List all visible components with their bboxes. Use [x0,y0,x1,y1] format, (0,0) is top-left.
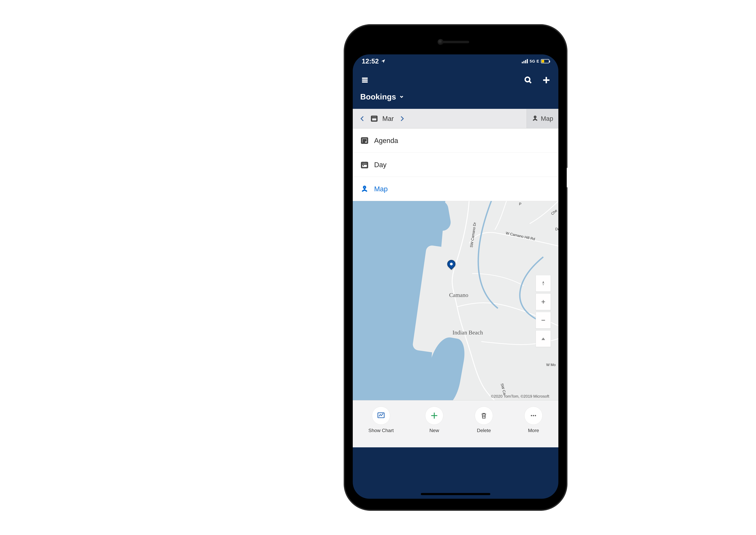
bottom-toolbar: Show Chart New Delete More [353,401,558,447]
road-label: Do [555,227,558,231]
map-tilt-button[interactable] [536,330,551,347]
battery-icon [541,59,549,63]
svg-point-2 [534,116,536,118]
map-attribution: ©2020 TomTom, ©2019 Microsoft [491,394,549,399]
road-label: W Mo [546,363,556,367]
view-option-label: Map [374,185,388,193]
svg-point-9 [533,415,534,416]
location-icon [381,57,385,65]
plus-icon [430,411,439,420]
screen: 12:52 5G E [353,54,558,499]
map-toggle-button[interactable]: Map [527,109,558,128]
button-label: Delete [477,428,491,433]
month-label[interactable]: Mar [382,115,394,123]
svg-rect-1 [371,116,377,121]
signal-icon [522,59,528,63]
view-option-agenda[interactable]: Agenda [353,128,558,153]
home-indicator[interactable] [421,493,490,495]
next-month-button[interactable] [398,115,406,122]
view-option-label: Day [374,161,387,169]
button-label: New [429,428,439,433]
status-time: 12:52 [362,57,379,65]
map-toggle-label: Map [541,115,553,122]
svg-rect-4 [362,162,367,168]
map-icon [360,185,369,193]
svg-point-10 [535,415,536,416]
svg-point-0 [525,77,530,82]
button-label: More [528,428,539,433]
view-selector[interactable]: Bookings [360,88,551,107]
add-button[interactable] [542,75,551,85]
delete-button[interactable]: Delete [475,407,493,433]
new-button[interactable]: New [425,407,443,433]
agenda-icon [360,136,369,145]
map-place-label: Indian Beach [452,329,483,336]
map-locate-button[interactable] [536,275,551,292]
roads [353,201,558,400]
svg-point-6 [363,186,365,188]
date-nav-bar: Mar Map [353,109,558,128]
chart-icon [377,411,385,420]
view-option-day[interactable]: Day [353,153,558,177]
more-button[interactable]: More [524,407,542,433]
chevron-down-icon [399,94,404,99]
trash-icon [480,412,488,420]
day-icon [360,160,369,169]
phone-frame: 12:52 5G E [344,24,567,511]
hamburger-menu-button[interactable] [360,75,369,85]
earpiece [442,41,469,43]
page-title: Bookings [360,92,396,101]
view-option-map[interactable]: Map [353,177,558,201]
more-icon [530,412,538,420]
map-view[interactable]: SW Camano Dr W Camano Hill Rd Che W Mo S… [353,201,558,401]
map-place-label: Camano [449,292,468,298]
map-zoom-out-button[interactable] [536,312,551,328]
calendar-icon [371,115,378,123]
search-button[interactable] [524,75,533,85]
map-zoom-in-button[interactable] [536,294,551,310]
svg-rect-5 [363,165,364,166]
road-label: P [519,202,521,206]
map-pin-icon [532,115,538,122]
network-label: 5G E [530,59,539,64]
prev-month-button[interactable] [359,115,366,122]
svg-point-8 [531,415,532,416]
button-label: Show Chart [368,428,394,433]
app-header: Bookings [353,68,558,109]
map-controls [536,275,551,347]
show-chart-button[interactable]: Show Chart [368,407,394,433]
view-option-label: Agenda [374,136,398,145]
status-bar: 12:52 5G E [353,54,558,68]
view-options: Agenda Day Map [353,128,558,201]
